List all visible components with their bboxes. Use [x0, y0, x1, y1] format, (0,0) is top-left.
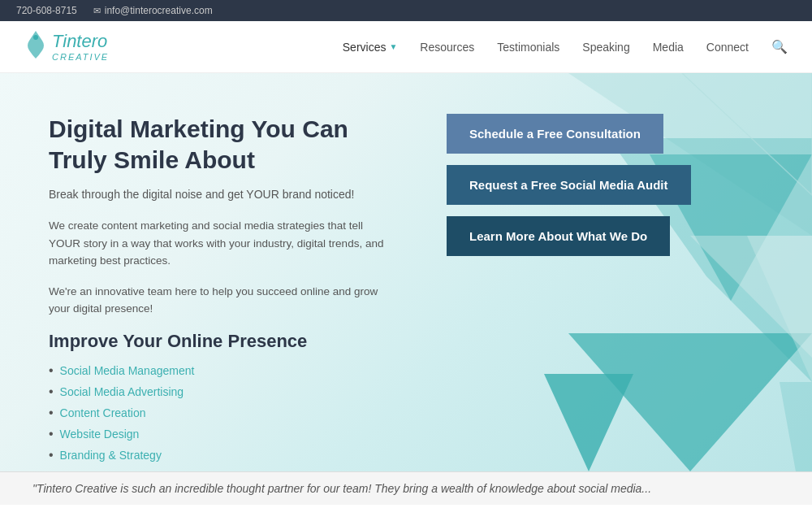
email-address: info@tinterocreative.com	[93, 5, 213, 16]
search-button[interactable]: 🔍	[771, 39, 788, 54]
improve-section-title: Improve Your Online Presence	[49, 331, 390, 352]
hero-content: Digital Marketing You Can Truly Smile Ab…	[0, 73, 422, 471]
logo-text: Tintero Creative	[52, 32, 109, 61]
hero-title: Digital Marketing You Can Truly Smile Ab…	[49, 114, 390, 175]
hero-section: Digital Marketing You Can Truly Smile Ab…	[0, 73, 812, 471]
nav-testimonials[interactable]: Testimonials	[497, 41, 559, 54]
list-item[interactable]: Social Media Advertising	[49, 384, 390, 399]
hero-cta-area: Schedule a Free Consultation Request a F…	[422, 73, 812, 471]
header: Tintero Creative Services ▼ Resources Te…	[0, 21, 812, 73]
request-audit-button[interactable]: Request a Free Social Media Audit	[447, 165, 691, 205]
learn-more-button[interactable]: Learn More About What We Do	[447, 216, 670, 256]
svg-point-0	[33, 35, 38, 40]
list-item[interactable]: Branding & Strategy	[49, 448, 390, 462]
phone-number: 720-608-8715	[16, 5, 77, 16]
nav-speaking[interactable]: Speaking	[582, 41, 629, 54]
logo-name: Tintero	[52, 32, 109, 51]
list-item[interactable]: Social Media Management	[49, 363, 390, 378]
top-bar: 720-608-8715 info@tinterocreative.com	[0, 0, 812, 21]
nav-media[interactable]: Media	[653, 41, 684, 54]
nav-resources[interactable]: Resources	[420, 41, 474, 54]
main-nav: Services ▼ Resources Testimonials Speaki…	[343, 39, 788, 54]
logo-sub: Creative	[52, 52, 109, 62]
nav-services[interactable]: Services ▼	[343, 41, 398, 54]
hero-body-1: We create content marketing and social m…	[49, 217, 390, 270]
hero-body-2: We're an innovative team here to help yo…	[49, 283, 390, 318]
nav-connect[interactable]: Connect	[706, 41, 749, 54]
list-item[interactable]: Content Creation	[49, 406, 390, 420]
list-item[interactable]: Website Design	[49, 427, 390, 441]
services-list: Social Media Management Social Media Adv…	[49, 363, 390, 462]
logo-icon	[24, 29, 47, 64]
testimonial-strip: "Tintero Creative is such an incredible …	[0, 471, 812, 505]
quote-text: "Tintero Creative is such an incredible …	[32, 482, 651, 495]
schedule-consultation-button[interactable]: Schedule a Free Consultation	[447, 114, 663, 154]
chevron-down-icon: ▼	[389, 42, 397, 51]
hero-subtitle: Break through the digital noise and get …	[49, 188, 390, 201]
logo: Tintero Creative	[24, 29, 109, 64]
